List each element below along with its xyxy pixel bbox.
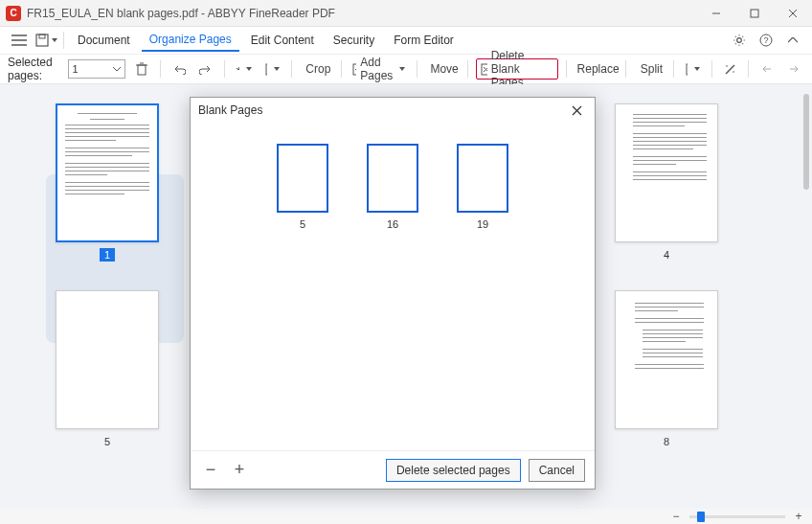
separator bbox=[160, 60, 161, 78]
close-window-button[interactable] bbox=[774, 0, 812, 27]
separator bbox=[673, 60, 674, 78]
page-options-icon[interactable] bbox=[261, 58, 283, 80]
separator bbox=[291, 60, 292, 78]
zoom-slider[interactable] bbox=[689, 515, 785, 518]
page-thumbnail[interactable]: 5 bbox=[56, 290, 159, 448]
status-bar: − + bbox=[0, 509, 812, 524]
page-number-label: 1 bbox=[100, 248, 115, 262]
svg-rect-11 bbox=[138, 65, 146, 75]
page-preview bbox=[56, 103, 159, 242]
separator bbox=[467, 60, 468, 78]
redo2-icon[interactable] bbox=[783, 58, 804, 80]
gear-icon[interactable] bbox=[728, 29, 751, 52]
delete-blank-pages-button[interactable]: Delete Blank Pages bbox=[476, 58, 558, 80]
page-number-label: 5 bbox=[100, 435, 115, 448]
split-button[interactable]: Split bbox=[634, 58, 665, 80]
menu-document[interactable]: Document bbox=[70, 30, 138, 51]
separator bbox=[224, 60, 225, 78]
zoom-out-icon[interactable]: − bbox=[670, 511, 682, 522]
separator bbox=[566, 60, 567, 78]
page-preview bbox=[615, 290, 718, 429]
rotate-icon[interactable] bbox=[233, 58, 257, 80]
svg-rect-1 bbox=[751, 10, 758, 17]
hamburger-icon[interactable] bbox=[8, 29, 31, 52]
save-icon[interactable] bbox=[34, 29, 57, 52]
page-thumbnail[interactable]: 1 bbox=[56, 103, 159, 262]
move-button[interactable]: Move bbox=[425, 58, 460, 80]
zoom-out-icon[interactable]: − bbox=[200, 460, 221, 481]
page-number-label: 4 bbox=[659, 248, 674, 262]
separator bbox=[625, 60, 626, 78]
dialog-footer: − + Delete selected pages Cancel bbox=[191, 450, 595, 489]
window-title: FR15_EULA_EN blank pages.pdf - ABBYY Fin… bbox=[27, 7, 697, 20]
extract-icon[interactable] bbox=[682, 58, 704, 80]
replace-button[interactable]: Replace bbox=[575, 58, 618, 80]
minimize-button[interactable] bbox=[697, 0, 735, 27]
delete-selected-pages-button[interactable]: Delete selected pages bbox=[386, 459, 521, 482]
menu-form-editor[interactable]: Form Editor bbox=[386, 30, 462, 51]
page-number-label: 8 bbox=[659, 435, 674, 448]
selected-pages-dropdown[interactable]: 1 bbox=[68, 59, 126, 79]
app-icon: C bbox=[6, 6, 21, 21]
cancel-button[interactable]: Cancel bbox=[529, 459, 585, 482]
separator bbox=[341, 60, 342, 78]
zoom-in-icon[interactable]: + bbox=[229, 460, 250, 481]
page-preview bbox=[56, 290, 159, 429]
add-pages-button[interactable]: Add Pages bbox=[349, 58, 409, 80]
menu-organize-pages[interactable]: Organize Pages bbox=[142, 29, 239, 52]
collapse-icon[interactable] bbox=[781, 29, 804, 52]
menu-bar: Document Organize Pages Edit Content Sec… bbox=[0, 27, 812, 54]
separator bbox=[417, 60, 417, 78]
menu-edit-content[interactable]: Edit Content bbox=[243, 30, 322, 51]
separator bbox=[63, 32, 64, 49]
svg-point-33 bbox=[726, 65, 728, 67]
maximize-button[interactable] bbox=[735, 0, 774, 27]
svg-text:?: ? bbox=[763, 35, 768, 45]
undo2-icon[interactable] bbox=[756, 58, 778, 80]
crop-button[interactable]: Crop bbox=[300, 58, 333, 80]
redo-icon[interactable] bbox=[195, 58, 216, 80]
menu-security[interactable]: Security bbox=[326, 30, 382, 51]
page-thumbnail[interactable]: 4 bbox=[615, 103, 718, 262]
svg-rect-7 bbox=[36, 34, 48, 46]
svg-rect-31 bbox=[687, 64, 688, 75]
page-preview bbox=[615, 103, 718, 242]
title-bar: C FR15_EULA_EN blank pages.pdf - ABBYY F… bbox=[0, 0, 812, 27]
page-thumbnail[interactable]: 8 bbox=[615, 290, 718, 448]
zoom-in-icon[interactable]: + bbox=[793, 511, 804, 522]
selected-pages-label: Selected pages: bbox=[8, 56, 60, 82]
separator bbox=[748, 60, 749, 78]
selected-pages-value: 1 bbox=[73, 63, 79, 75]
svg-rect-14 bbox=[266, 64, 267, 75]
undo-icon[interactable] bbox=[169, 58, 190, 80]
separator bbox=[711, 60, 712, 78]
delete-icon[interactable] bbox=[131, 58, 152, 80]
organize-toolbar: Selected pages: 1 Crop Add Pages Move De… bbox=[0, 54, 812, 84]
svg-point-34 bbox=[733, 71, 734, 73]
magic-icon[interactable] bbox=[719, 58, 740, 80]
help-icon[interactable]: ? bbox=[755, 29, 778, 52]
